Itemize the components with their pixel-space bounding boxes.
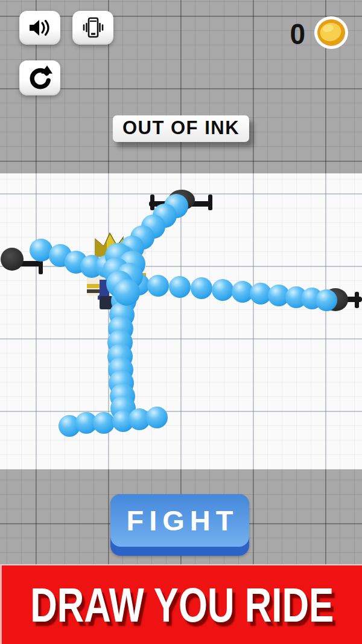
ink-chain-right-arm (128, 274, 337, 311)
out-of-ink-banner: OUT OF INK (113, 115, 249, 142)
restart-arrow-icon (27, 65, 52, 91)
vibrate-button[interactable] (72, 11, 113, 45)
drawing-canvas[interactable] (0, 173, 362, 469)
ad-banner-text: DRAW YOU RIDE (30, 578, 334, 632)
game-screen: 0 OUT OF INK (0, 0, 362, 644)
coin-count: 0 (290, 19, 305, 48)
gold-coin-icon (314, 16, 349, 52)
fight-button[interactable]: FIGHT (110, 494, 249, 556)
phone-vibrate-icon (81, 16, 105, 39)
fight-button-label: FIGHT (110, 494, 249, 547)
coin-counter: 0 (290, 16, 349, 52)
ink-chain-vertical-arm (107, 288, 136, 421)
sound-button[interactable] (19, 11, 60, 45)
player-drawing (0, 173, 362, 469)
restart-button[interactable] (19, 60, 60, 95)
ad-banner[interactable]: DRAW YOU RIDE (0, 564, 362, 644)
speaker-icon (28, 18, 52, 38)
